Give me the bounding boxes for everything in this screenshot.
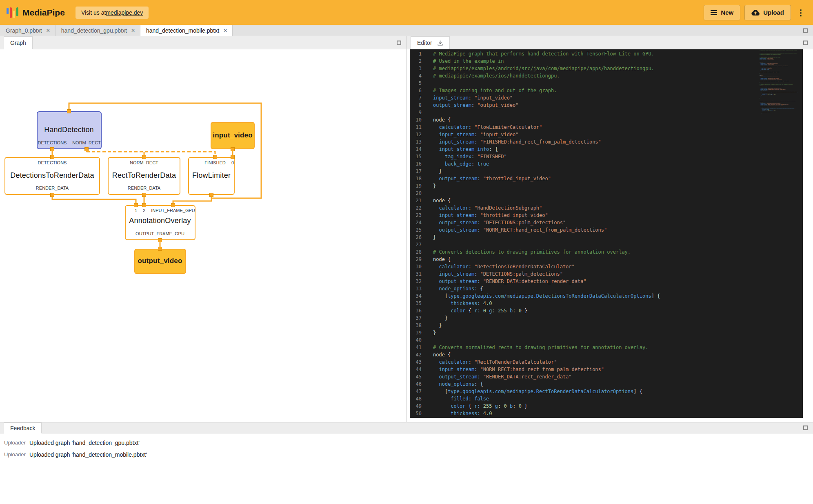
line-number: 37 xyxy=(410,314,422,322)
code-line: 17 } xyxy=(410,168,803,175)
code-line: 1# MediaPipe graph that performs hand de… xyxy=(410,50,803,57)
code-line: 43 calculator: "RectToRenderDataCalculat… xyxy=(410,358,803,366)
file-tab-hand_detection_mobile.pbtxt[interactable]: hand_detection_mobile.pbtxt✕ xyxy=(140,25,233,36)
graph-node-title: input_video xyxy=(213,131,253,139)
code-line: 33 node_options: { xyxy=(410,285,803,292)
graph-port-label: DETECTIONS xyxy=(38,160,67,165)
tab-graph[interactable]: Graph xyxy=(4,36,33,49)
line-number: 26 xyxy=(410,234,422,241)
code-line: 22 calculator: "HandDetectionSubgraph" xyxy=(410,204,803,212)
code-line: 38 } xyxy=(410,322,803,329)
line-number: 38 xyxy=(410,322,422,329)
file-tab-hand_detection_gpu.pbtxt[interactable]: hand_detection_gpu.pbtxt✕ xyxy=(56,25,140,36)
line-number: 22 xyxy=(410,204,422,212)
code-line: 15 tag_index: "FINISHED" xyxy=(410,153,803,160)
line-number: 12 xyxy=(410,131,422,138)
header-actions: New Upload ⋮ xyxy=(704,5,806,20)
line-number: 33 xyxy=(410,285,422,292)
line-number: 30 xyxy=(410,263,422,270)
expand-icon[interactable] xyxy=(803,426,808,430)
code-line: 2# Used in the example in xyxy=(410,57,803,65)
line-number: 2 xyxy=(410,57,422,65)
expand-icon[interactable] xyxy=(397,40,401,45)
line-number: 19 xyxy=(410,182,422,190)
editor-panel: Editor 1# MediaPipe graph that performs … xyxy=(407,36,813,422)
code-editor[interactable]: 1# MediaPipe graph that performs hand de… xyxy=(410,49,803,418)
file-tab-label: hand_detection_gpu.pbtxt xyxy=(61,27,127,34)
new-button-label: New xyxy=(721,9,733,16)
code-line: 35 thickness: 4.0 xyxy=(410,300,803,307)
feedback-entry: UploaderUploaded graph 'hand_detection_m… xyxy=(4,449,813,460)
download-graph-icon[interactable] xyxy=(437,40,443,46)
line-number: 11 xyxy=(410,124,422,131)
graph-edge xyxy=(52,195,136,206)
file-tab-label: hand_detection_mobile.pbtxt xyxy=(146,27,219,34)
expand-icon[interactable] xyxy=(803,28,808,33)
code-line: 27 xyxy=(410,241,803,248)
code-line: 24 output_stream: "DETECTIONS:palm_detec… xyxy=(410,219,803,226)
graph-port-label: OUTPUT_FRAME_GPU xyxy=(136,231,184,236)
upload-button-label: Upload xyxy=(763,9,784,16)
feedback-list: UploaderUploaded graph 'hand_detection_g… xyxy=(0,433,813,460)
mediapipe-logo-icon xyxy=(7,6,18,20)
graph-port-label: 2 xyxy=(143,208,145,213)
code-line: 7input_stream: "input_video" xyxy=(410,94,803,102)
line-number: 28 xyxy=(410,248,422,256)
code-line: 41# Converts normalized rects to drawing… xyxy=(410,344,803,351)
line-number: 1 xyxy=(410,50,422,57)
line-number: 23 xyxy=(410,212,422,219)
code-line: # Converts normalized rects to drawing p… xyxy=(760,100,800,101)
line-number: 3 xyxy=(410,65,422,72)
expand-icon[interactable] xyxy=(803,40,808,45)
graph-node-title: HandDetection xyxy=(44,126,94,134)
code-line: 26} xyxy=(410,234,803,241)
line-number: 35 xyxy=(410,300,422,307)
graph-port-label: FINISHED xyxy=(204,160,225,165)
code-line: } xyxy=(760,113,800,114)
line-number: 10 xyxy=(410,116,422,124)
mediapipe-dev-link[interactable]: mediapipe.dev xyxy=(106,9,143,16)
visit-prefix-text: Visit us at xyxy=(81,9,106,16)
graph-canvas[interactable]: HandDetectioninput_videoDetectionsToRend… xyxy=(0,49,406,418)
line-number: 18 xyxy=(410,175,422,182)
file-tab-Graph_0.pbtxt[interactable]: Graph_0.pbtxt✕ xyxy=(0,25,56,36)
close-tab-icon[interactable]: ✕ xyxy=(223,28,227,33)
visit-link-chip[interactable]: Visit us at mediapipe.dev xyxy=(76,7,149,19)
line-number: 13 xyxy=(410,138,422,146)
line-number: 24 xyxy=(410,219,422,226)
line-number: 21 xyxy=(410,197,422,204)
line-number: 17 xyxy=(410,168,422,175)
code-line: 30 calculator: "DetectionsToRenderDataCa… xyxy=(410,263,803,270)
code-line: 46 node_options: { xyxy=(410,380,803,388)
close-tab-icon[interactable]: ✕ xyxy=(46,28,50,33)
line-number: 47 xyxy=(410,388,422,395)
line-number: 31 xyxy=(410,270,422,278)
upload-button[interactable]: Upload xyxy=(744,5,791,20)
line-number: 39 xyxy=(410,329,422,336)
code-line: 32 output_stream: "RENDER_DATA:detection… xyxy=(410,278,803,285)
editor-tab-label: Editor xyxy=(417,40,432,46)
line-number: 32 xyxy=(410,278,422,285)
line-number: 44 xyxy=(410,366,422,373)
graph-panel-bar: Graph xyxy=(0,36,406,49)
new-button[interactable]: New xyxy=(704,5,740,20)
line-number: 40 xyxy=(410,336,422,344)
kebab-menu-icon[interactable]: ⋮ xyxy=(795,9,806,17)
line-number: 36 xyxy=(410,307,422,314)
code-line: 11 calculator: "FlowLimiterCalculator" xyxy=(410,124,803,131)
code-line: 16 back_edge: true xyxy=(410,160,803,168)
graph-port-label: NORM_RECT xyxy=(72,140,101,145)
graph-port-label: 0 xyxy=(231,160,234,165)
close-tab-icon[interactable]: ✕ xyxy=(131,28,135,33)
code-line: 20 xyxy=(410,190,803,197)
line-number: 27 xyxy=(410,241,422,248)
code-line: 36 color { r: 0 g: 255 b: 0 } xyxy=(410,307,803,314)
code-line: 48 filled: false xyxy=(410,395,803,402)
tab-feedback[interactable]: Feedback xyxy=(4,422,42,433)
line-number: 45 xyxy=(410,373,422,380)
line-number: 6 xyxy=(410,87,422,94)
graph-node-title: FlowLimiter xyxy=(192,171,231,180)
editor-minimap[interactable]: # MediaPipe graph that performs hand det… xyxy=(760,50,800,416)
tab-editor[interactable]: Editor xyxy=(411,36,450,49)
line-number: 20 xyxy=(410,190,422,197)
